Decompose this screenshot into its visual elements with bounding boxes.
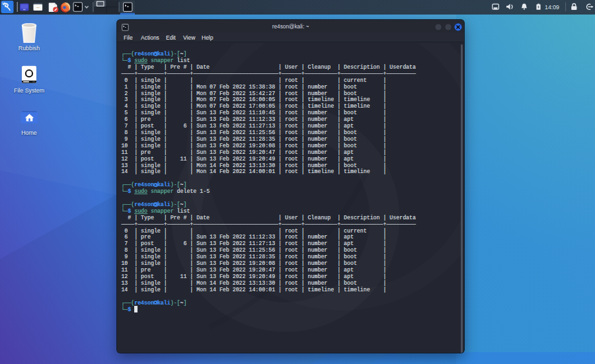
svg-text:14:09: 14:09: [545, 4, 559, 11]
